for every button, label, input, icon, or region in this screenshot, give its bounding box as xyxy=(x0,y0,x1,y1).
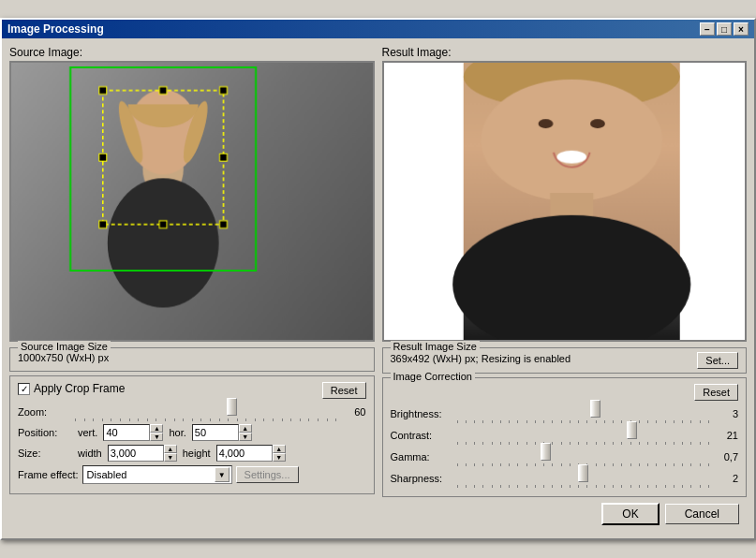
width-spin: 3,000 ▲ ▼ xyxy=(108,445,177,462)
crop-group: ✓ Apply Crop Frame Reset Zoom: xyxy=(9,375,375,494)
brightness-ticks xyxy=(455,420,712,423)
frame-effect-row: Frame effect: Disabled ▼ Settings... xyxy=(18,465,366,484)
ok-button[interactable]: OK xyxy=(601,503,659,525)
correction-reset-button[interactable]: Reset xyxy=(694,384,738,401)
source-canvas xyxy=(11,63,373,340)
zoom-slider[interactable] xyxy=(73,403,339,418)
zoom-label: Zoom: xyxy=(18,406,69,418)
height-down[interactable]: ▼ xyxy=(273,453,286,462)
source-image-panel: Source Image: xyxy=(9,46,375,342)
cancel-button[interactable]: Cancel xyxy=(665,504,739,524)
sharpness-value: 2 xyxy=(715,473,738,484)
brightness-row: Brightness: xyxy=(391,404,739,423)
result-image-box xyxy=(382,61,748,342)
correction-group: Image Correction Reset Brightness: xyxy=(382,377,748,497)
left-controls: Source Image Size 1000x750 (WxH) px ✓ Ap… xyxy=(9,347,375,497)
position-label: Position: xyxy=(18,427,74,438)
sharpness-slider-wrapper xyxy=(455,469,712,488)
gamma-row: Gamma: xyxy=(391,448,739,466)
correction-title: Image Correction xyxy=(391,371,475,382)
sharpness-label: Sharpness: xyxy=(391,473,452,484)
dialog-title: Image Processing xyxy=(7,22,104,36)
dialog-window: Image Processing − □ × Source Image: Res… xyxy=(0,18,756,540)
brightness-label: Brightness: xyxy=(391,408,452,419)
height-spin: 4,000 ▲ ▼ xyxy=(216,445,286,462)
gamma-value: 0,7 xyxy=(715,451,738,463)
size-label: Size: xyxy=(18,448,74,459)
hor-label: hor. xyxy=(169,427,185,438)
zoom-row: Zoom: xyxy=(18,403,366,421)
apply-crop-checkbox[interactable]: ✓ xyxy=(18,383,30,395)
source-size-info: 1000x750 (WxH) px xyxy=(18,352,366,363)
zoom-slider-wrapper xyxy=(73,403,339,421)
contrast-value: 21 xyxy=(715,430,738,441)
height-label: height xyxy=(183,448,211,459)
vert-down[interactable]: ▼ xyxy=(150,433,163,441)
brightness-slider-wrapper xyxy=(455,404,712,423)
source-size-title: Source Image Size xyxy=(18,341,111,352)
height-up[interactable]: ▲ xyxy=(273,445,286,453)
result-label: Result Image: xyxy=(382,46,748,59)
contrast-label: Contrast: xyxy=(391,430,452,441)
result-canvas xyxy=(384,63,746,340)
sharpness-slider[interactable] xyxy=(455,469,712,484)
width-up[interactable]: ▲ xyxy=(164,445,177,453)
brightness-value: 3 xyxy=(715,408,738,419)
title-bar-buttons: − □ × xyxy=(700,22,749,36)
contrast-slider[interactable] xyxy=(455,426,712,441)
width-down[interactable]: ▼ xyxy=(164,453,177,462)
apply-crop-label: Apply Crop Frame xyxy=(34,382,125,395)
hor-value[interactable]: 50 xyxy=(192,424,239,441)
hor-spin: 50 ▲ ▼ xyxy=(192,424,252,441)
hor-arrows: ▲ ▼ xyxy=(239,424,252,441)
minimize-button[interactable]: − xyxy=(700,22,715,36)
result-image-panel: Result Image: xyxy=(382,46,748,342)
footer: OK Cancel xyxy=(9,497,747,531)
contrast-slider-wrapper xyxy=(455,426,712,445)
height-arrows: ▲ ▼ xyxy=(273,445,286,462)
close-button[interactable]: × xyxy=(734,22,749,36)
sharpness-ticks xyxy=(455,485,712,488)
crop-reset-button[interactable]: Reset xyxy=(322,382,366,399)
source-image-box xyxy=(9,61,375,342)
vert-up[interactable]: ▲ xyxy=(150,424,163,433)
size-row: Size: width 3,000 ▲ ▼ height 4,000 xyxy=(18,445,366,462)
source-size-group: Source Image Size 1000x750 (WxH) px xyxy=(9,347,375,372)
result-size-group: Result Image Size 369x492 (WxH) px; Resi… xyxy=(382,347,748,374)
top-panels: Source Image: Result Image: xyxy=(9,46,747,342)
height-value[interactable]: 4,000 xyxy=(216,445,273,462)
gamma-slider[interactable] xyxy=(455,448,712,463)
result-size-info: 369x492 (WxH) px; Resizing is enabled xyxy=(391,353,698,364)
zoom-value: 60 xyxy=(343,406,366,418)
result-size-title: Result Image Size xyxy=(391,341,480,352)
vert-value[interactable]: 40 xyxy=(103,424,150,441)
sharpness-row: Sharpness: xyxy=(391,469,739,488)
vert-arrows: ▲ ▼ xyxy=(150,424,163,441)
frame-effect-select[interactable]: Disabled ▼ xyxy=(82,465,232,484)
source-label: Source Image: xyxy=(9,46,375,59)
hor-down[interactable]: ▼ xyxy=(239,433,252,441)
title-bar: Image Processing − □ × xyxy=(2,20,754,38)
set-button[interactable]: Set... xyxy=(697,352,738,369)
gamma-label: Gamma: xyxy=(391,451,452,463)
frame-effect-label: Frame effect: xyxy=(18,469,79,480)
vert-label: vert. xyxy=(78,427,97,438)
select-arrow-icon[interactable]: ▼ xyxy=(215,467,230,482)
contrast-row: Contrast: xyxy=(391,426,739,445)
vert-spin: 40 ▲ ▼ xyxy=(103,424,163,441)
zoom-ticks xyxy=(73,418,339,421)
position-row: Position: vert. 40 ▲ ▼ hor. 50 xyxy=(18,424,366,441)
dialog-content: Source Image: Result Image: Source Image… xyxy=(2,38,754,538)
contrast-ticks xyxy=(455,442,712,445)
apply-crop-row: ✓ Apply Crop Frame xyxy=(18,382,125,395)
right-controls: Result Image Size 369x492 (WxH) px; Resi… xyxy=(382,347,748,497)
hor-up[interactable]: ▲ xyxy=(239,424,252,433)
width-label: width xyxy=(78,448,102,459)
bottom-panels: Source Image Size 1000x750 (WxH) px ✓ Ap… xyxy=(9,347,747,497)
width-arrows: ▲ ▼ xyxy=(164,445,177,462)
brightness-slider[interactable] xyxy=(455,404,712,419)
maximize-button[interactable]: □ xyxy=(717,22,732,36)
settings-button[interactable]: Settings... xyxy=(236,466,299,483)
width-value[interactable]: 3,000 xyxy=(108,445,164,462)
